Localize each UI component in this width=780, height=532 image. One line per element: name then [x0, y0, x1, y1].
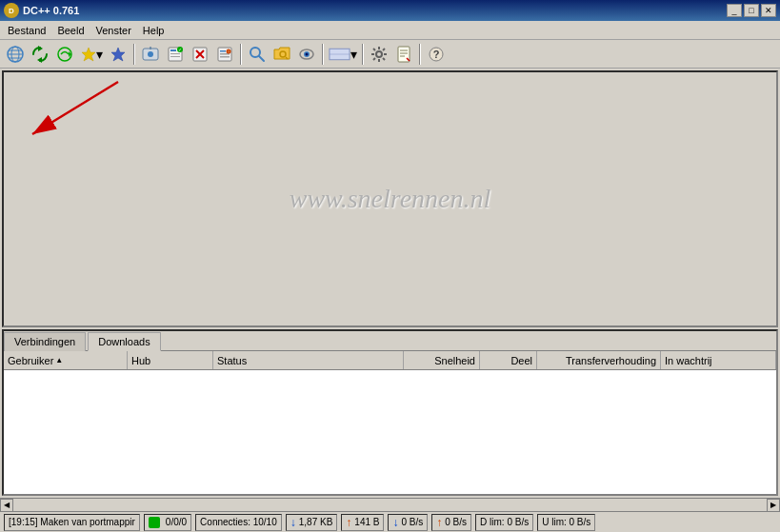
maximize-button[interactable]: □ — [744, 4, 759, 17]
star-button[interactable]: ▾ — [78, 43, 105, 66]
refresh-button[interactable] — [29, 43, 51, 66]
up-arrow2-icon: ↑ — [436, 516, 442, 529]
menu-bar: Bestand Beeld Venster Help — [0, 21, 780, 40]
status-indicator-green — [149, 517, 160, 528]
svg-point-14 — [148, 51, 153, 57]
svg-line-45 — [373, 49, 375, 50]
menu-venster[interactable]: Venster — [90, 23, 137, 38]
menu-bestand[interactable]: Bestand — [2, 23, 51, 38]
svg-rect-26 — [220, 50, 226, 52]
svg-marker-12 — [111, 48, 125, 61]
menu-beeld[interactable]: Beeld — [51, 23, 90, 38]
svg-text:✓: ✓ — [178, 47, 182, 52]
svg-line-32 — [259, 56, 264, 61]
svg-marker-11 — [82, 48, 95, 61]
up-arrow-icon: ↑ — [346, 516, 351, 529]
scrollbar-track[interactable] — [13, 499, 767, 511]
status-dlim: D lim: 0 B/s — [475, 514, 533, 531]
status-bar: [19:15] Maken van portmappir 0/0/0 Conne… — [0, 511, 780, 532]
svg-point-37 — [306, 52, 309, 55]
scroll-right-button[interactable]: ▶ — [767, 499, 780, 512]
th-wachtrij[interactable]: In wachtrij — [661, 351, 776, 369]
minimize-button[interactable]: _ — [727, 4, 742, 17]
delete-button[interactable] — [189, 43, 211, 66]
svg-rect-18 — [170, 53, 180, 54]
share-button[interactable]: ✓ — [164, 43, 187, 66]
svg-text:!: ! — [228, 49, 229, 53]
notes-button[interactable] — [392, 43, 415, 66]
status-upload-size: ↑ 141 B — [341, 514, 384, 531]
separator-5 — [419, 44, 421, 65]
separator-4 — [362, 44, 364, 65]
spy-button[interactable] — [295, 43, 318, 66]
separator-1 — [133, 44, 135, 65]
folder-search-button[interactable] — [270, 43, 293, 66]
th-status[interactable]: Status — [213, 351, 404, 369]
status-connecties: Connecties: 10/10 — [195, 514, 282, 531]
svg-rect-17 — [170, 49, 176, 51]
status-upload-speed2: ↑ 0 B/s — [431, 514, 471, 531]
status-ulim: U lim: 0 B/s — [537, 514, 595, 531]
status-upload-speed: ↓ 0 B/s — [388, 514, 428, 531]
th-deel[interactable]: Deel — [480, 351, 537, 369]
search-button[interactable] — [246, 43, 269, 66]
table-header: Gebruiker ▲ Hub Status Snelheid Deel Tra… — [4, 351, 776, 370]
horizontal-scrollbar[interactable]: ◀ ▶ — [0, 498, 780, 511]
sort-arrow-gebruiker: ▲ — [55, 356, 63, 365]
forward-button[interactable] — [53, 43, 76, 66]
svg-rect-28 — [220, 56, 230, 58]
svg-marker-8 — [37, 57, 42, 63]
svg-marker-7 — [38, 46, 43, 51]
separator-2 — [240, 44, 242, 65]
down-arrow2-icon: ↓ — [392, 516, 398, 529]
settings-button[interactable] — [368, 43, 390, 66]
th-transfer[interactable]: Transferverhouding — [537, 351, 661, 369]
tab-verbindingen[interactable]: Verbindingen — [4, 332, 86, 351]
tabs-bar: Verbindingen Downloads — [4, 331, 776, 351]
transfer-button[interactable]: ▾ — [328, 43, 358, 66]
th-gebruiker[interactable]: Gebruiker ▲ — [4, 351, 128, 369]
title-bar: D DC++ 0.761 _ □ ✕ — [0, 0, 780, 21]
watermark-text: www.snelrennen.nl — [290, 184, 491, 214]
menu-help[interactable]: Help — [137, 23, 170, 38]
tab-downloads[interactable]: Downloads — [88, 332, 160, 351]
queue-button[interactable]: ! — [213, 43, 236, 66]
svg-point-40 — [376, 51, 382, 57]
main-panel: www.snelrennen.nl — [2, 70, 778, 327]
svg-line-46 — [383, 58, 385, 60]
svg-line-57 — [32, 82, 118, 134]
svg-text:D: D — [9, 7, 14, 15]
status-connections: 0/0/0 — [144, 514, 191, 531]
connect-hub-button[interactable] — [139, 43, 162, 66]
status-download: ↓ 1,87 KB — [286, 514, 338, 531]
svg-line-48 — [373, 58, 375, 60]
arrow-annotation — [4, 72, 175, 282]
scroll-left-button[interactable]: ◀ — [0, 499, 13, 512]
bottom-panel: Verbindingen Downloads Gebruiker ▲ Hub S… — [2, 329, 778, 496]
app-icon: D — [4, 3, 19, 18]
app-title: DC++ 0.761 — [23, 5, 79, 16]
down-arrow-icon: ↓ — [290, 516, 296, 529]
table-body — [4, 370, 776, 494]
back-button[interactable] — [4, 43, 27, 66]
th-snelheid[interactable]: Snelheid — [404, 351, 480, 369]
toolbar: ▾ ✓ — [0, 40, 780, 69]
bookmark-button[interactable] — [107, 43, 130, 66]
svg-text:?: ? — [433, 49, 440, 60]
svg-rect-19 — [170, 56, 180, 57]
help-button[interactable]: ? — [425, 43, 448, 66]
th-hub[interactable]: Hub — [128, 351, 213, 369]
separator-3 — [322, 44, 324, 65]
close-button[interactable]: ✕ — [761, 4, 776, 17]
svg-line-47 — [383, 49, 385, 50]
status-message: [19:15] Maken van portmappir — [4, 514, 140, 531]
